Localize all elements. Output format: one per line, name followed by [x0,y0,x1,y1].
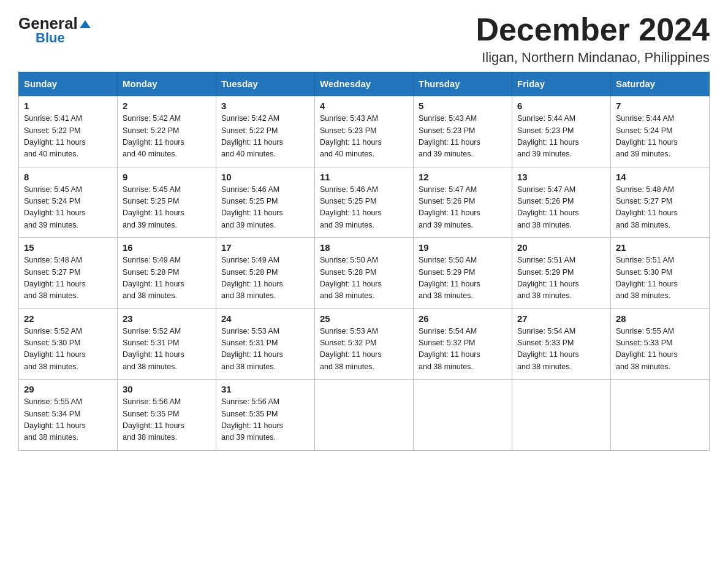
day-info: Sunrise: 5:50 AMSunset: 5:28 PMDaylight:… [320,255,408,302]
day-info: Sunrise: 5:43 AMSunset: 5:23 PMDaylight:… [419,113,507,161]
day-info: Sunrise: 5:55 AMSunset: 5:33 PMDaylight:… [616,326,704,373]
logo-general-text: General [18,15,91,31]
day-info: Sunrise: 5:55 AMSunset: 5:34 PMDaylight:… [24,396,112,444]
day-number: 2 [123,101,211,111]
day-number: 19 [419,242,507,253]
table-row: 17Sunrise: 5:49 AMSunset: 5:28 PMDayligh… [216,238,315,309]
day-info: Sunrise: 5:48 AMSunset: 5:27 PMDaylight:… [616,184,704,232]
table-row [611,380,710,451]
day-info: Sunrise: 5:56 AMSunset: 5:35 PMDaylight:… [123,396,211,444]
day-info: Sunrise: 5:52 AMSunset: 5:31 PMDaylight:… [123,326,211,373]
table-row: 1Sunrise: 5:41 AMSunset: 5:22 PMDaylight… [19,96,118,167]
table-row: 10Sunrise: 5:46 AMSunset: 5:25 PMDayligh… [216,167,315,238]
day-info: Sunrise: 5:45 AMSunset: 5:25 PMDaylight:… [123,184,211,232]
day-number: 4 [320,101,408,111]
day-info: Sunrise: 5:48 AMSunset: 5:27 PMDaylight:… [24,255,112,302]
logo-blue-text: Blue [36,30,65,46]
table-row: 9Sunrise: 5:45 AMSunset: 5:25 PMDaylight… [118,167,216,238]
col-wednesday: Wednesday [315,72,414,96]
day-info: Sunrise: 5:50 AMSunset: 5:29 PMDaylight:… [419,255,507,302]
table-row: 13Sunrise: 5:47 AMSunset: 5:26 PMDayligh… [512,167,611,238]
day-info: Sunrise: 5:41 AMSunset: 5:22 PMDaylight:… [24,113,112,161]
day-number: 22 [24,313,112,324]
day-info: Sunrise: 5:51 AMSunset: 5:29 PMDaylight:… [517,255,605,302]
day-number: 13 [517,172,605,182]
day-number: 9 [123,172,211,182]
table-row: 26Sunrise: 5:54 AMSunset: 5:32 PMDayligh… [414,308,512,380]
subtitle: Iligan, Northern Mindanao, Philippines [476,50,710,66]
day-info: Sunrise: 5:49 AMSunset: 5:28 PMDaylight:… [123,255,211,302]
table-row: 23Sunrise: 5:52 AMSunset: 5:31 PMDayligh… [118,308,216,380]
col-friday: Friday [512,72,611,96]
day-number: 25 [320,313,408,324]
day-info: Sunrise: 5:47 AMSunset: 5:26 PMDaylight:… [517,184,605,232]
table-row: 30Sunrise: 5:56 AMSunset: 5:35 PMDayligh… [118,380,216,451]
day-number: 28 [616,313,704,324]
col-thursday: Thursday [414,72,512,96]
table-row: 21Sunrise: 5:51 AMSunset: 5:30 PMDayligh… [611,238,710,309]
day-number: 30 [123,384,211,394]
table-row: 14Sunrise: 5:48 AMSunset: 5:27 PMDayligh… [611,167,710,238]
table-row: 2Sunrise: 5:42 AMSunset: 5:22 PMDaylight… [118,96,216,167]
day-info: Sunrise: 5:44 AMSunset: 5:24 PMDaylight:… [616,113,704,161]
col-saturday: Saturday [611,72,710,96]
day-number: 3 [221,101,309,111]
table-row: 19Sunrise: 5:50 AMSunset: 5:29 PMDayligh… [414,238,512,309]
table-row: 20Sunrise: 5:51 AMSunset: 5:29 PMDayligh… [512,238,611,309]
calendar-header-row: Sunday Monday Tuesday Wednesday Thursday… [19,72,710,96]
main-title: December 2024 [476,12,710,47]
day-number: 8 [24,172,112,182]
table-row [512,380,611,451]
day-info: Sunrise: 5:42 AMSunset: 5:22 PMDaylight:… [221,113,309,161]
table-row: 27Sunrise: 5:54 AMSunset: 5:33 PMDayligh… [512,308,611,380]
day-info: Sunrise: 5:54 AMSunset: 5:32 PMDaylight:… [419,326,507,373]
day-number: 18 [320,242,408,253]
day-info: Sunrise: 5:52 AMSunset: 5:30 PMDaylight:… [24,326,112,373]
title-block: December 2024 Iligan, Northern Mindanao,… [476,12,710,66]
table-row: 22Sunrise: 5:52 AMSunset: 5:30 PMDayligh… [19,308,118,380]
col-tuesday: Tuesday [216,72,315,96]
page-header: General Blue December 2024 Iligan, North… [18,12,710,66]
day-number: 21 [616,242,704,253]
logo: General Blue [18,15,91,46]
table-row: 31Sunrise: 5:56 AMSunset: 5:35 PMDayligh… [216,380,315,451]
table-row: 5Sunrise: 5:43 AMSunset: 5:23 PMDaylight… [414,96,512,167]
table-row: 7Sunrise: 5:44 AMSunset: 5:24 PMDaylight… [611,96,710,167]
day-number: 29 [24,384,112,394]
day-number: 11 [320,172,408,182]
day-info: Sunrise: 5:46 AMSunset: 5:25 PMDaylight:… [221,184,309,232]
table-row: 29Sunrise: 5:55 AMSunset: 5:34 PMDayligh… [19,380,118,451]
table-row [315,380,414,451]
table-row: 24Sunrise: 5:53 AMSunset: 5:31 PMDayligh… [216,308,315,380]
calendar-week-row: 29Sunrise: 5:55 AMSunset: 5:34 PMDayligh… [19,380,710,451]
table-row: 28Sunrise: 5:55 AMSunset: 5:33 PMDayligh… [611,308,710,380]
table-row: 12Sunrise: 5:47 AMSunset: 5:26 PMDayligh… [414,167,512,238]
table-row [414,380,512,451]
day-number: 20 [517,242,605,253]
day-number: 7 [616,101,704,111]
day-number: 17 [221,242,309,253]
day-number: 1 [24,101,112,111]
day-number: 23 [123,313,211,324]
table-row: 15Sunrise: 5:48 AMSunset: 5:27 PMDayligh… [19,238,118,309]
calendar-week-row: 22Sunrise: 5:52 AMSunset: 5:30 PMDayligh… [19,308,710,380]
calendar-week-row: 1Sunrise: 5:41 AMSunset: 5:22 PMDaylight… [19,96,710,167]
day-number: 26 [419,313,507,324]
col-monday: Monday [118,72,216,96]
day-number: 31 [221,384,309,394]
table-row: 16Sunrise: 5:49 AMSunset: 5:28 PMDayligh… [118,238,216,309]
day-number: 24 [221,313,309,324]
logo-triangle-icon [80,20,91,28]
calendar-week-row: 15Sunrise: 5:48 AMSunset: 5:27 PMDayligh… [19,238,710,309]
day-number: 12 [419,172,507,182]
day-number: 6 [517,101,605,111]
day-number: 14 [616,172,704,182]
day-info: Sunrise: 5:42 AMSunset: 5:22 PMDaylight:… [123,113,211,161]
table-row: 8Sunrise: 5:45 AMSunset: 5:24 PMDaylight… [19,167,118,238]
calendar-table: Sunday Monday Tuesday Wednesday Thursday… [18,72,710,451]
day-info: Sunrise: 5:44 AMSunset: 5:23 PMDaylight:… [517,113,605,161]
day-info: Sunrise: 5:56 AMSunset: 5:35 PMDaylight:… [221,396,309,444]
table-row: 4Sunrise: 5:43 AMSunset: 5:23 PMDaylight… [315,96,414,167]
table-row: 3Sunrise: 5:42 AMSunset: 5:22 PMDaylight… [216,96,315,167]
day-number: 15 [24,242,112,253]
